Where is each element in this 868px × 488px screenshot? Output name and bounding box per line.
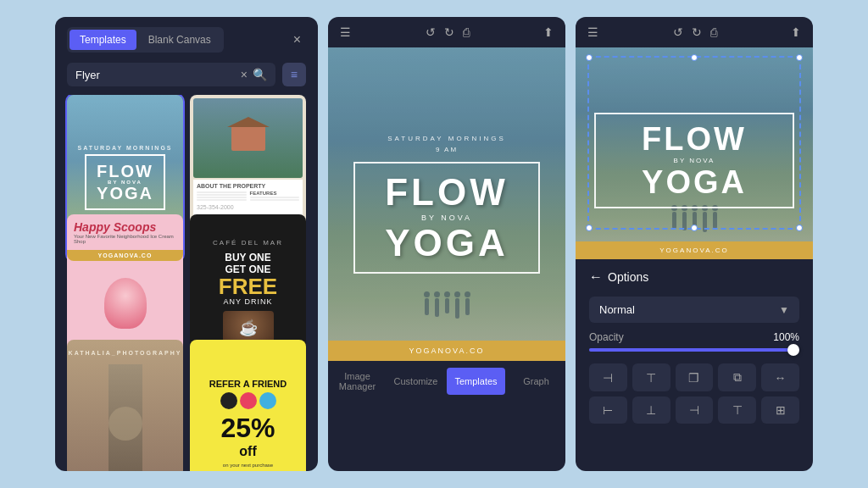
slider-fill: [589, 348, 799, 352]
options-canvas: FLOW BY NOVA YOGA YOGANOVA.CO: [576, 47, 813, 259]
filter-button[interactable]: ≡: [282, 63, 306, 86]
options-label: Options: [608, 270, 648, 284]
flow-text: FLOW: [385, 174, 509, 211]
blend-mode-row[interactable]: Normal ▼: [589, 297, 799, 323]
redo-button[interactable]: ↻: [444, 25, 454, 39]
opacity-slider[interactable]: [589, 348, 799, 352]
search-box: × 🔍: [67, 63, 275, 86]
template-card-refer[interactable]: REFER A FRIEND 25% off on your next purc…: [190, 340, 306, 471]
editor-toolbar: ☰ ↺ ↻ ⎙ ⬆: [328, 17, 565, 47]
options-by-nova: BY NOVA: [674, 157, 715, 164]
options-print-button[interactable]: ⎙: [710, 25, 717, 39]
options-yoga-text: YOGA: [642, 166, 747, 198]
align-right-button[interactable]: ⊢: [589, 396, 627, 424]
icon-grid-row1: ⊣ ⊤ ❐ ⧉ ↔: [589, 363, 799, 391]
editor-bottom-tabs: Image Manager Customize Templates Graph: [328, 361, 565, 402]
search-button[interactable]: 🔍: [253, 68, 267, 81]
back-button[interactable]: ← Options: [589, 269, 799, 285]
options-bottom-bar: YOGANOVA.CO: [576, 241, 813, 259]
options-panel: ☰ ↺ ↻ ⎙ ⬆: [576, 17, 813, 471]
print-button[interactable]: ⎙: [463, 25, 470, 39]
options-flow-text: FLOW: [642, 123, 747, 155]
copy-button[interactable]: ❐: [676, 363, 714, 391]
search-row: × 🔍 ≡: [55, 63, 318, 95]
blend-mode-value: Normal: [599, 303, 635, 316]
search-input[interactable]: [75, 69, 236, 81]
template-card-photo[interactable]: KATHALIA_PHOTOGRAPHY Photography Portfol…: [67, 340, 183, 471]
icon-grid-row2: ⊢ ⊥ ⊣ ⊤ ⊞: [589, 396, 799, 424]
arrange-button[interactable]: ⊞: [761, 396, 799, 424]
options-undo-button[interactable]: ↺: [673, 25, 683, 39]
options-toolbar-center: ↺ ↻ ⎙: [673, 25, 717, 39]
editor-canvas: SATURDAY MORNINGS 9 AM FLOW BY NOVA YOGA…: [328, 47, 565, 361]
opacity-label-row: Opacity 100%: [589, 331, 799, 343]
share-button[interactable]: ⬆: [543, 25, 554, 39]
align-center-v-button[interactable]: ⊤: [632, 363, 670, 391]
app-container: Templates Blank Canvas × × 🔍 ≡ SATURDAY …: [0, 0, 868, 488]
tab-blank-canvas[interactable]: Blank Canvas: [138, 30, 221, 50]
align-hcenter-button[interactable]: ⊣: [676, 396, 714, 424]
slider-thumb[interactable]: [787, 344, 799, 356]
opacity-label: Opacity: [589, 331, 624, 343]
by-nova-text: BY NOVA: [421, 214, 472, 222]
tagline1: SATURDAY MORNINGS: [328, 135, 565, 142]
tab-graph[interactable]: Graph: [507, 368, 565, 395]
duplicate-button[interactable]: ⧉: [718, 363, 756, 391]
back-arrow-icon: ←: [589, 269, 603, 285]
toolbar-center: ↺ ↻ ⎙: [426, 25, 470, 39]
tab-templates-bottom[interactable]: Templates: [447, 368, 505, 395]
flip-button[interactable]: ↔: [761, 363, 799, 391]
templates-grid: SATURDAY MORNINGS FLOW BY NOVA YOGA YOGA…: [55, 95, 318, 471]
menu-icon[interactable]: ☰: [340, 25, 351, 39]
bottom-bar: YOGANOVA.CO: [328, 341, 565, 361]
panel1-header: Templates Blank Canvas ×: [55, 17, 318, 63]
align-left-button[interactable]: ⊣: [589, 363, 627, 391]
options-share-button[interactable]: ⬆: [791, 25, 801, 39]
align-bottom-button[interactable]: ⊥: [632, 396, 670, 424]
close-button[interactable]: ×: [288, 30, 306, 49]
opacity-value: 100%: [773, 331, 799, 343]
tab-group: Templates Blank Canvas: [67, 27, 224, 53]
yoga-bar-text: YOGANOVA.CO: [67, 250, 183, 261]
tab-customize[interactable]: Customize: [387, 368, 445, 395]
options-redo-button[interactable]: ↻: [692, 25, 702, 39]
yoga-text: YOGA: [385, 225, 509, 262]
clear-search-button[interactable]: ×: [241, 68, 248, 81]
options-menu-icon[interactable]: ☰: [587, 25, 598, 39]
options-controls: ← Options Normal ▼ Opacity 100% ⊣ ⊤: [576, 259, 813, 471]
tab-image-manager[interactable]: Image Manager: [328, 368, 387, 395]
chevron-down-icon: ▼: [779, 304, 789, 316]
editor-panel: ☰ ↺ ↻ ⎙ ⬆ SATURDAY MO: [328, 17, 565, 471]
undo-button[interactable]: ↺: [426, 25, 436, 39]
align-vcenter-button[interactable]: ⊤: [718, 396, 756, 424]
templates-panel: Templates Blank Canvas × × 🔍 ≡ SATURDAY …: [55, 17, 318, 471]
opacity-row: Opacity 100%: [589, 331, 799, 352]
template-card-yoga[interactable]: SATURDAY MORNINGS FLOW BY NOVA YOGA YOGA…: [67, 95, 183, 261]
tagline2: 9 AM: [328, 146, 565, 153]
options-toolbar-left: ☰: [587, 25, 598, 39]
toolbar-left: ☰: [340, 25, 351, 39]
options-toolbar: ☰ ↺ ↻ ⎙ ⬆: [576, 17, 813, 47]
tab-templates[interactable]: Templates: [70, 30, 136, 50]
